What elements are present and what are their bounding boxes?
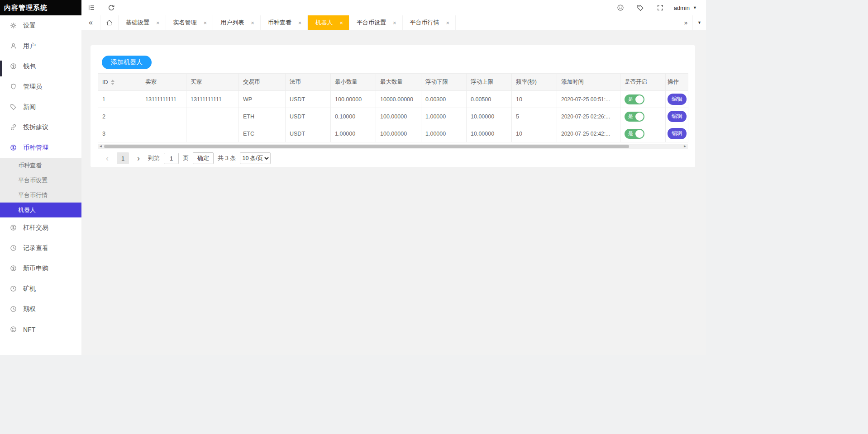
- tab-realname-management[interactable]: 实名管理 ×: [166, 15, 214, 30]
- app-logo: 内容管理系统: [0, 0, 81, 15]
- cell-add-time: 2020-07-25 02:42:...: [557, 125, 620, 142]
- submenu-item-robot[interactable]: 机器人: [0, 203, 81, 217]
- current-page[interactable]: 1: [117, 152, 129, 164]
- tab-basic-settings[interactable]: 基础设置 ×: [119, 15, 166, 30]
- sidebar-scrollbar-thumb[interactable]: [0, 61, 2, 76]
- prev-page-button[interactable]: ‹: [102, 152, 113, 164]
- tab-platform-coin-settings[interactable]: 平台币设置 ×: [349, 15, 403, 30]
- cell-float-min: 0.00300: [421, 91, 467, 108]
- horizontal-scrollbar[interactable]: ◄ ►: [98, 144, 688, 149]
- goto-label: 到第: [148, 154, 160, 162]
- sidebar-item-coin-management[interactable]: 币种管理: [0, 137, 81, 158]
- cell-float-max: 0.00500: [467, 91, 512, 108]
- enable-toggle[interactable]: 是: [625, 94, 644, 104]
- sidebar-item-news[interactable]: 新闻: [0, 97, 81, 117]
- coin-icon: [10, 224, 17, 231]
- column-header-id: ID: [98, 74, 141, 91]
- sidebar-item-label: 期权: [23, 305, 36, 313]
- close-icon[interactable]: ×: [446, 20, 450, 26]
- sidebar-item-wallet[interactable]: 钱包: [0, 56, 81, 76]
- page-size-select[interactable]: 10 条/页: [240, 152, 271, 164]
- submenu-item-coin-view[interactable]: 币种查看: [0, 158, 81, 173]
- refresh-icon[interactable]: [101, 0, 121, 15]
- pagination: ‹ 1 › 到第 页 确定 共 3 条 10 条/页: [98, 152, 688, 164]
- tab-home[interactable]: [100, 15, 119, 30]
- column-header-add-time: 添加时间: [557, 74, 620, 91]
- cell-frequency: 5: [512, 108, 557, 125]
- clock-icon: [10, 306, 17, 312]
- tab-robot[interactable]: 机器人 ×: [308, 15, 349, 30]
- cell-enabled: 是: [620, 108, 666, 125]
- close-icon[interactable]: ×: [251, 20, 254, 26]
- cell-actions: 编辑: [666, 108, 688, 125]
- close-icon[interactable]: ×: [204, 20, 207, 26]
- tag-icon: [10, 104, 17, 110]
- toggle-knob: [635, 130, 644, 138]
- next-page-button[interactable]: ›: [133, 152, 144, 164]
- tab-label: 实名管理: [173, 19, 197, 27]
- tab-label: 用户列表: [220, 19, 244, 27]
- cell-seller: [141, 125, 186, 142]
- scroll-left-arrow-icon[interactable]: ◄: [98, 144, 104, 149]
- robot-table: ID 卖家 买家 交易币 法币 最小数量 最大数量 浮动下限 浮动上限 频率(秒…: [98, 73, 688, 142]
- sidebar-item-records[interactable]: 记录查看: [0, 238, 81, 258]
- close-icon[interactable]: ×: [393, 20, 396, 26]
- edit-button[interactable]: 编辑: [668, 128, 687, 139]
- edit-button[interactable]: 编辑: [668, 94, 687, 105]
- scroll-right-arrow-icon[interactable]: ►: [682, 144, 688, 149]
- sidebar-item-mining-machine[interactable]: 矿机: [0, 278, 81, 299]
- sidebar-item-leverage-trading[interactable]: 杠杆交易: [0, 217, 81, 238]
- sidebar-item-label: 矿机: [23, 285, 36, 293]
- tab-user-list[interactable]: 用户列表 ×: [213, 15, 261, 30]
- user-menu[interactable]: admin ▼: [670, 5, 701, 11]
- sidebar-item-users[interactable]: 用户: [0, 36, 81, 56]
- submenu-item-platform-coin-quotes[interactable]: 平台币行情: [0, 188, 81, 203]
- sidebar-item-label: 记录查看: [23, 244, 48, 252]
- user-icon: [10, 42, 17, 49]
- tabs-scroll-left[interactable]: «: [81, 15, 100, 30]
- theme-icon[interactable]: [610, 0, 630, 15]
- sidebar-item-label: 钱包: [23, 62, 36, 71]
- scrollbar-thumb[interactable]: [104, 145, 629, 148]
- toggle-knob: [635, 113, 644, 121]
- sidebar-item-complaints[interactable]: 投拆建议: [0, 117, 81, 137]
- tabs-menu-icon[interactable]: ▼: [692, 15, 706, 30]
- sidebar-item-label: 用户: [23, 42, 36, 50]
- tabs-scroll-right[interactable]: »: [679, 15, 692, 30]
- sidebar-item-settings[interactable]: 设置: [0, 15, 81, 36]
- close-icon[interactable]: ×: [339, 20, 343, 26]
- close-icon[interactable]: ×: [156, 20, 160, 26]
- enable-toggle[interactable]: 是: [625, 112, 644, 122]
- robot-card: 添加机器人 ID: [91, 45, 695, 167]
- enable-toggle[interactable]: 是: [625, 129, 644, 139]
- tag-icon[interactable]: [630, 0, 650, 15]
- sidebar-item-nft[interactable]: NFT: [0, 319, 81, 340]
- sidebar-item-new-coin-subscription[interactable]: 新币申购: [0, 258, 81, 278]
- column-header-min: 最小数量: [331, 74, 376, 91]
- tab-platform-coin-quotes[interactable]: 平台币行情 ×: [403, 15, 456, 30]
- chevron-down-icon: ▼: [697, 20, 701, 25]
- tab-coin-view[interactable]: 币种查看 ×: [261, 15, 308, 30]
- sidebar-item-label: 设置: [23, 22, 36, 30]
- goto-page-input[interactable]: [164, 153, 179, 164]
- cell-id: 3: [98, 125, 141, 142]
- close-icon[interactable]: ×: [298, 20, 302, 26]
- sidebar-item-admins[interactable]: 管理员: [0, 76, 81, 97]
- cell-enabled: 是: [620, 125, 666, 142]
- submenu-item-label: 机器人: [18, 206, 36, 214]
- cell-float-min: 1.00000: [421, 108, 467, 125]
- cell-fiat: USDT: [286, 91, 331, 108]
- sidebar-item-label: 杠杆交易: [23, 224, 48, 232]
- sidebar-item-options[interactable]: 期权: [0, 299, 81, 319]
- sort-icon[interactable]: [111, 80, 114, 85]
- fullscreen-icon[interactable]: [650, 0, 670, 15]
- cell-max: 10000.00000: [376, 91, 421, 108]
- cell-frequency: 10: [512, 91, 557, 108]
- submenu-item-platform-coin-settings[interactable]: 平台币设置: [0, 173, 81, 188]
- collapse-menu-icon[interactable]: [81, 0, 101, 15]
- edit-button[interactable]: 编辑: [668, 111, 687, 122]
- confirm-button[interactable]: 确定: [193, 152, 214, 164]
- cell-coin: ETH: [239, 108, 286, 125]
- add-robot-button[interactable]: 添加机器人: [102, 56, 152, 69]
- gear-icon: [10, 22, 17, 29]
